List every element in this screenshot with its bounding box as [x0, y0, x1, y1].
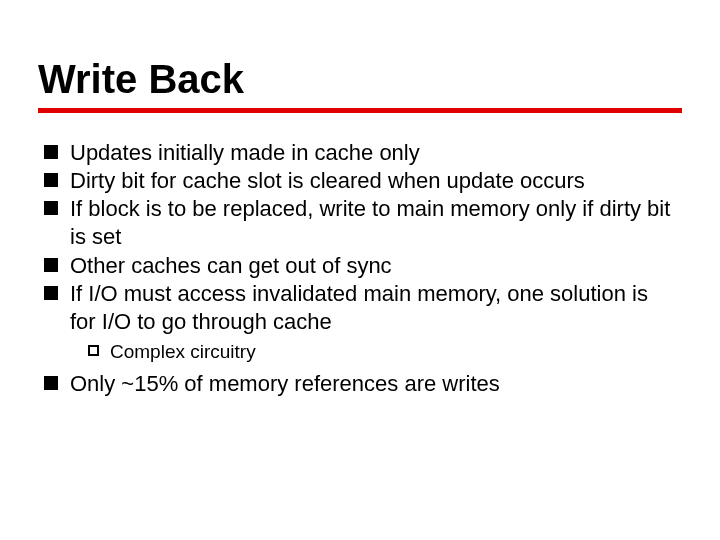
list-item: Dirty bit for cache slot is cleared when… [42, 167, 678, 195]
bullet-text: Updates initially made in cache only [70, 140, 420, 165]
slide: Write Back Updates initially made in cac… [0, 0, 720, 540]
bullet-text: If block is to be replaced, write to mai… [70, 196, 670, 249]
bullet-text: Other caches can get out of sync [70, 253, 392, 278]
sub-bullet-list: Complex circuitry [70, 340, 678, 364]
bullet-text: Dirty bit for cache slot is cleared when… [70, 168, 585, 193]
sub-list-item: Complex circuitry [88, 340, 678, 364]
list-item: If block is to be replaced, write to mai… [42, 195, 678, 251]
bullet-list: Updates initially made in cache only Dir… [38, 139, 682, 398]
title-rule [38, 108, 682, 113]
slide-title: Write Back [38, 58, 682, 100]
bullet-text: If I/O must access invalidated main memo… [70, 281, 648, 334]
list-item: Other caches can get out of sync [42, 252, 678, 280]
list-item: Only ~15% of memory references are write… [42, 370, 678, 398]
sub-bullet-text: Complex circuitry [110, 341, 256, 362]
bullet-text: Only ~15% of memory references are write… [70, 371, 500, 396]
list-item: If I/O must access invalidated main memo… [42, 280, 678, 364]
list-item: Updates initially made in cache only [42, 139, 678, 167]
